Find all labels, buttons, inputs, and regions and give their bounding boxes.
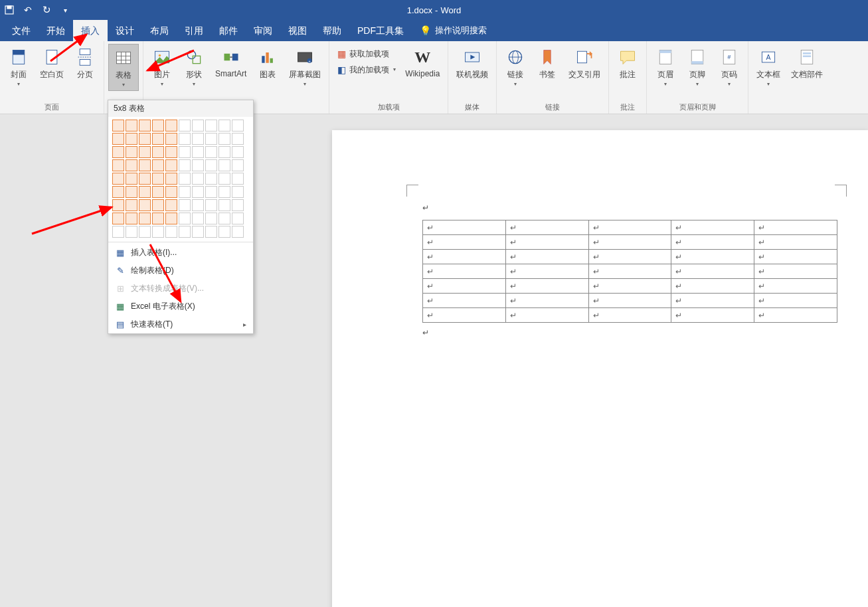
table-cell[interactable]: ↵ [671,235,754,250]
grid-cell[interactable] [232,173,244,185]
grid-cell[interactable] [112,133,124,145]
pagenum-button[interactable]: # 页码 ▾ [715,44,744,90]
link-button[interactable]: 链接 ▾ [501,44,530,90]
grid-cell[interactable] [112,159,124,171]
table-row[interactable]: ↵↵↵↵↵ [423,220,837,235]
grid-cell[interactable] [126,146,137,158]
tab-pdftools[interactable]: PDF工具集 [349,20,412,41]
draw-table-item[interactable]: ✎ 绘制表格(D) [108,262,253,280]
tab-help[interactable]: 帮助 [315,20,349,41]
table-cell[interactable]: ↵ [505,250,588,264]
grid-cell[interactable] [232,133,244,145]
grid-cell[interactable] [232,226,244,238]
tab-home[interactable]: 开始 [39,20,73,41]
undo-icon[interactable]: ↶ [23,5,33,15]
shapes-button[interactable]: 形状 ▾ [179,44,209,90]
grid-cell[interactable] [232,146,244,158]
grid-cell[interactable] [126,173,137,185]
grid-cell[interactable] [192,213,204,224]
grid-cell[interactable] [112,199,124,211]
table-row[interactable]: ↵↵↵↵↵ [423,250,837,264]
table-row[interactable]: ↵↵↵↵↵ [423,235,837,250]
grid-cell[interactable] [152,133,164,145]
table-cell[interactable]: ↵ [588,235,671,250]
grid-cell[interactable] [139,226,151,238]
grid-cell[interactable] [152,120,164,131]
grid-cell[interactable] [218,186,230,198]
grid-cell[interactable] [192,120,204,131]
grid-cell[interactable] [139,173,151,185]
smartart-button[interactable]: SmartArt [211,44,250,81]
footer-button[interactable]: 页脚 ▾ [683,44,712,90]
table-row[interactable]: ↵↵↵↵↵ [423,279,837,294]
grid-cell[interactable] [152,159,164,171]
grid-cell[interactable] [179,173,191,185]
grid-cell[interactable] [126,213,137,224]
grid-cell[interactable] [152,213,164,224]
grid-cell[interactable] [112,146,124,158]
table-cell[interactable]: ↵ [505,308,588,323]
insert-table-item[interactable]: ▦ 插入表格(I)... [108,244,253,262]
table-button[interactable]: 表格 ▾ [108,44,139,91]
table-cell[interactable]: ↵ [671,308,754,323]
grid-cell[interactable] [218,120,230,131]
grid-cell[interactable] [126,199,137,211]
table-cell[interactable]: ↵ [423,235,506,250]
table-row[interactable]: ↵↵↵↵↵ [423,294,837,308]
grid-cell[interactable] [165,186,177,198]
wikipedia-button[interactable]: W Wikipedia [401,44,444,81]
table-cell[interactable]: ↵ [671,264,754,279]
grid-cell[interactable] [205,199,217,211]
grid-cell[interactable] [218,146,230,158]
grid-cell[interactable] [179,199,191,211]
grid-cell[interactable] [192,133,204,145]
grid-cell[interactable] [139,199,151,211]
table-cell[interactable]: ↵ [588,308,671,323]
grid-cell[interactable] [179,226,191,238]
page-break-button[interactable]: 分页 [70,44,100,83]
grid-cell[interactable] [112,120,124,131]
table-cell[interactable]: ↵ [505,279,588,294]
document-table[interactable]: ↵↵↵↵↵↵↵↵↵↵↵↵↵↵↵↵↵↵↵↵↵↵↵↵↵↵↵↵↵↵↵↵↵↵↵ [422,220,837,323]
grid-cell[interactable] [218,199,230,211]
grid-cell[interactable] [165,133,177,145]
table-cell[interactable]: ↵ [671,250,754,264]
grid-cell[interactable] [165,213,177,224]
grid-cell[interactable] [192,199,204,211]
grid-cell[interactable] [165,159,177,171]
grid-cell[interactable] [232,120,244,131]
table-cell[interactable]: ↵ [671,279,754,294]
grid-cell[interactable] [139,159,151,171]
cover-page-button[interactable]: 封面 ▾ [4,44,33,90]
tell-me-search[interactable]: 💡 操作说明搜索 [420,25,487,37]
grid-cell[interactable] [126,133,137,145]
grid-cell[interactable] [218,159,230,171]
grid-cell[interactable] [218,133,230,145]
table-cell[interactable]: ↵ [423,220,506,235]
redo-icon[interactable]: ↻ [41,5,52,15]
table-cell[interactable]: ↵ [588,264,671,279]
save-icon[interactable] [4,5,15,15]
grid-cell[interactable] [126,226,137,238]
grid-cell[interactable] [112,186,124,198]
table-cell[interactable]: ↵ [423,264,506,279]
table-row[interactable]: ↵↵↵↵↵ [423,264,837,279]
table-cell[interactable]: ↵ [588,294,671,308]
table-cell[interactable]: ↵ [588,220,671,235]
tab-view[interactable]: 视图 [280,20,315,41]
tab-review[interactable]: 审阅 [246,20,280,41]
get-addins-button[interactable]: ▦ 获取加载项 [333,46,398,61]
grid-cell[interactable] [165,146,177,158]
screenshot-button[interactable]: + 屏幕截图 ▾ [285,44,325,90]
grid-cell[interactable] [179,186,191,198]
grid-cell[interactable] [152,146,164,158]
table-cell[interactable]: ↵ [588,250,671,264]
grid-cell[interactable] [192,173,204,185]
table-cell[interactable]: ↵ [754,294,837,308]
online-video-button[interactable]: 联机视频 [452,44,492,83]
grid-cell[interactable] [232,186,244,198]
table-row[interactable]: ↵↵↵↵↵ [423,308,837,323]
tab-file[interactable]: 文件 [4,20,39,41]
textbox-button[interactable]: A 文本框 ▾ [752,44,784,90]
quick-tables-item[interactable]: ▤ 快速表格(T) ▸ [108,315,253,333]
